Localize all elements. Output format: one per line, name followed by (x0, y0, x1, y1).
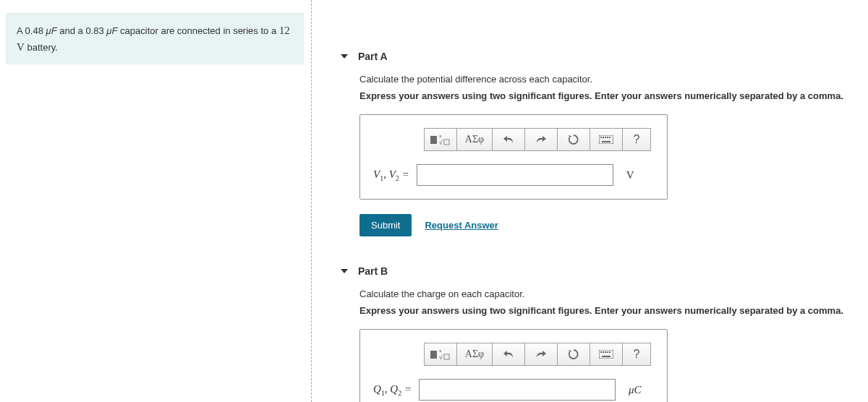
help-button[interactable]: ? (623, 128, 651, 151)
svg-rect-17 (603, 351, 604, 353)
keyboard-button[interactable] (590, 128, 623, 151)
question-statement: A 0.48 μF and a 0.83 μF capacitor are co… (6, 13, 304, 64)
q-mid2: capacitor are connected in series to a (120, 25, 276, 36)
part-a-var-label: V1, V2 = (373, 168, 409, 182)
part-b-instruction: Express your answers using two significa… (359, 305, 868, 316)
part-a-answer-frame: x √ ΑΣφ (359, 114, 668, 200)
help-button[interactable]: ? (623, 343, 651, 366)
template-icon: x √ (430, 133, 451, 146)
svg-rect-8 (607, 137, 608, 138)
svg-rect-4 (599, 135, 613, 144)
redo-icon (535, 134, 547, 145)
q-c2: 0.83 (85, 25, 103, 36)
svg-rect-0 (430, 136, 437, 144)
undo-icon (503, 134, 514, 145)
svg-rect-6 (603, 137, 604, 138)
template-icon: x √ (430, 348, 451, 361)
redo-icon (535, 349, 547, 359)
part-b-toolbar: x √ ΑΣφ (424, 343, 651, 366)
reset-icon (568, 134, 579, 145)
caret-down-icon (341, 269, 348, 273)
q-voltunit: V (17, 41, 25, 53)
svg-rect-7 (605, 137, 606, 138)
svg-rect-11 (430, 351, 437, 359)
svg-rect-20 (609, 351, 610, 353)
svg-rect-16 (600, 351, 602, 353)
part-b-unit: μC (629, 384, 642, 396)
part-a-title: Part A (358, 51, 388, 62)
caret-down-icon (341, 54, 348, 59)
undo-button[interactable] (493, 343, 525, 366)
q-c1: 0.48 (25, 25, 43, 36)
q-mid1: and a (59, 25, 83, 36)
part-a-prompt: Calculate the potential difference acros… (359, 74, 868, 85)
svg-rect-15 (599, 350, 613, 359)
svg-text:x: x (439, 133, 442, 139)
part-b-var-label: Q1, Q2 = (373, 383, 412, 397)
template-picker-button[interactable]: x √ (424, 128, 457, 151)
part-b-title: Part B (358, 265, 388, 277)
submit-button[interactable]: Submit (359, 214, 412, 236)
part-a-unit: V (626, 169, 634, 181)
keyboard-icon (599, 135, 613, 144)
undo-button[interactable] (493, 128, 525, 151)
svg-rect-21 (602, 356, 610, 357)
svg-rect-3 (444, 140, 449, 145)
greek-button[interactable]: ΑΣφ (457, 343, 493, 366)
svg-text:x: x (439, 348, 442, 354)
request-answer-link[interactable]: Request Answer (425, 220, 498, 231)
svg-rect-9 (609, 137, 610, 138)
part-a-answer-input[interactable] (417, 164, 613, 186)
reset-button[interactable] (558, 343, 590, 366)
part-b-header[interactable]: Part B (341, 265, 868, 277)
part-b-prompt: Calculate the charge on each capacitor. (359, 288, 868, 299)
svg-rect-18 (605, 351, 606, 353)
q-suffix: battery. (27, 42, 57, 53)
svg-text:√: √ (439, 139, 443, 146)
reset-button[interactable] (558, 128, 590, 151)
part-a-toolbar: x √ ΑΣφ (424, 128, 651, 151)
keyboard-button[interactable] (590, 343, 623, 366)
keyboard-icon (599, 350, 613, 359)
undo-icon (503, 349, 514, 359)
part-a-instruction: Express your answers using two significa… (359, 90, 868, 101)
part-b: Part B Calculate the charge on each capa… (341, 265, 868, 402)
q-unit2: μF (106, 25, 117, 36)
part-b-answer-frame: x √ ΑΣφ (359, 329, 668, 402)
greek-button[interactable]: ΑΣφ (457, 128, 493, 151)
svg-rect-10 (602, 141, 610, 142)
svg-rect-5 (600, 137, 602, 138)
reset-icon (568, 348, 579, 360)
redo-button[interactable] (525, 128, 558, 151)
svg-text:√: √ (439, 354, 443, 361)
svg-rect-14 (444, 354, 449, 359)
redo-button[interactable] (525, 343, 558, 366)
part-a-header[interactable]: Part A (341, 51, 868, 62)
q-unit1: μF (46, 25, 57, 36)
part-a: Part A Calculate the potential differenc… (341, 51, 868, 236)
part-b-answer-input[interactable] (419, 379, 616, 401)
template-picker-button[interactable]: x √ (424, 343, 457, 366)
q-prefix: A (17, 25, 22, 36)
q-volt: 12 (279, 25, 290, 36)
svg-rect-19 (607, 351, 608, 353)
